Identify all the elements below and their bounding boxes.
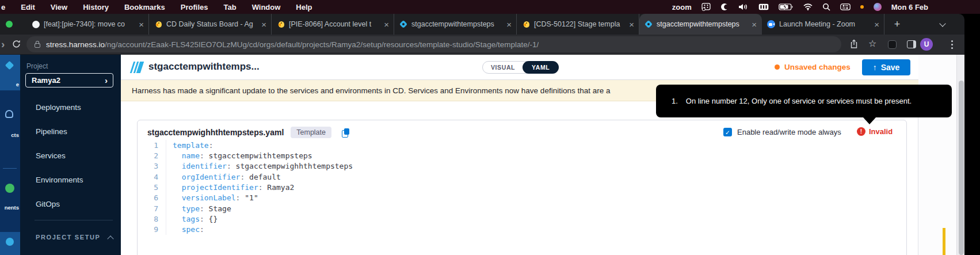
sidebar-item-environments[interactable]: Environments [36, 176, 83, 184]
battery-icon[interactable] [779, 3, 794, 10]
reload-icon[interactable] [12, 40, 21, 51]
project-setup-heading[interactable]: PROJECT SETUP [36, 234, 101, 241]
profile-avatar[interactable]: U [920, 38, 933, 51]
sidebar-item-gitops[interactable]: GitOps [36, 200, 83, 208]
tab-title: Launch Meeting - Zoom [779, 20, 870, 28]
yaml-line[interactable]: 6 versionLabel: "1" [146, 193, 901, 203]
menu-item[interactable]: e [1, 3, 5, 12]
spotlight-search-icon[interactable] [822, 3, 830, 11]
keyboard-icon[interactable] [758, 3, 769, 10]
visual-yaml-toggle[interactable]: VISUAL YAML [482, 61, 559, 74]
wifi-icon[interactable] [803, 3, 813, 10]
duck-favicon [154, 20, 162, 28]
line-number: 9 [146, 225, 158, 234]
yaml-line[interactable]: 4 orgIdentifier: default [146, 172, 901, 182]
yaml-code[interactable]: 1 template: 2 name: stgacctempwithtempst… [146, 140, 901, 235]
menu-item[interactable]: Bookmarks [124, 3, 165, 12]
toggle-yaml[interactable]: YAML [523, 61, 559, 74]
browser-window: [feat]:[pie-7340]: move co × CD Daily St… [0, 14, 964, 255]
projects-module-icon[interactable] [5, 110, 13, 118]
error-tooltip: 1. On line number 12, Only one of servic… [656, 85, 952, 117]
tab-close-icon[interactable]: × [752, 20, 757, 29]
menu-item[interactable]: Help [296, 3, 312, 12]
menu-app-zoom[interactable]: zoom [672, 3, 692, 12]
copy-icon[interactable] [342, 128, 349, 136]
harness-template-icon [130, 62, 144, 73]
menu-item[interactable]: Profiles [181, 3, 208, 12]
line-code: projectIdentifier: Ramya2 [166, 182, 294, 192]
address-bar[interactable]: stress.harness.io/ng/account/zEaak-FLS42… [26, 36, 841, 52]
yaml-line[interactable]: 2 name: stgacctempwithtempsteps [146, 150, 901, 161]
menu-date[interactable]: Mon 6 Feb [891, 3, 928, 12]
browser-tab[interactable]: Launch Meeting - Zoom × [762, 14, 884, 35]
yaml-line[interactable]: 8 tags: {} [146, 214, 901, 224]
menu-item[interactable]: Edit [21, 3, 35, 12]
chevron-up-icon[interactable] [107, 235, 113, 242]
checkbox-checked-icon[interactable]: ✓ [723, 128, 732, 136]
control-center-icon[interactable] [840, 3, 851, 10]
browser-tab[interactable]: stgacctempwithtempsteps × [639, 14, 762, 35]
yaml-key: versionLabel [182, 193, 236, 202]
tab-bar: [feat]:[pie-7340]: move co × CD Daily St… [0, 14, 964, 35]
share-icon[interactable] [850, 39, 858, 51]
bottom-module-icon[interactable] [6, 238, 14, 246]
sidebar-item-pipelines[interactable]: Pipelines [36, 127, 83, 136]
sidebar-divider [35, 220, 113, 220]
browser-tab[interactable]: [feat]:[pie-7340]: move co × [26, 14, 149, 35]
crescent-icon[interactable] [720, 3, 729, 11]
browser-tab[interactable]: CD Daily Status Board - Ag × [149, 14, 272, 35]
yaml-line[interactable]: 3 identifier: stgacctempwighhthtempsteps [146, 161, 901, 172]
url-text[interactable]: stress.harness.io/ng/account/zEaak-FLS42… [46, 40, 539, 49]
module-segment-projects[interactable] [0, 90, 20, 169]
sidebar-item-services[interactable]: Services [36, 151, 83, 160]
tab-close-icon[interactable]: × [384, 20, 389, 29]
menu-item[interactable]: History [83, 3, 109, 12]
siri-icon[interactable] [874, 3, 882, 11]
yaml-value: Ramya2 [263, 183, 295, 192]
new-tab-button[interactable]: + [891, 18, 903, 31]
yaml-line[interactable]: 1 template: [146, 140, 901, 150]
project-sidebar: Project Ramya2 › DeploymentsPipelinesSer… [20, 55, 121, 255]
project-selector[interactable]: Ramya2 › [25, 73, 113, 87]
menu-items: eEditViewHistoryBookmarksProfilesTabWind… [0, 3, 328, 12]
traffic-light-green[interactable] [6, 21, 13, 28]
browser-tab[interactable]: [PIE-8066] Account level t × [272, 14, 394, 35]
page-scrollbar-track[interactable] [956, 55, 964, 255]
lock-icon[interactable] [35, 43, 40, 48]
page-scrollbar-thumb[interactable] [959, 81, 964, 255]
url-domain: stress.harness.io [46, 40, 105, 49]
browser-tab[interactable]: stgacctempwithtempsteps × [394, 14, 517, 35]
tab-close-icon[interactable]: × [506, 20, 512, 29]
deployments-module-icon[interactable] [5, 184, 14, 193]
save-button[interactable]: ↑ Save [862, 59, 910, 75]
volume-icon[interactable] [738, 3, 749, 10]
harness-favicon [399, 20, 407, 28]
module-label-fragment: e [16, 81, 19, 87]
browser-tab[interactable]: [CDS-50122] Stage templa × [517, 14, 639, 35]
tab-close-icon[interactable]: × [874, 20, 879, 29]
toggle-visual[interactable]: VISUAL [483, 64, 523, 71]
menu-item[interactable]: Tab [223, 3, 236, 12]
read-write-label: Enable read/write mode always [737, 128, 841, 136]
tab-close-icon[interactable]: × [139, 20, 144, 29]
menu-item[interactable]: Window [252, 3, 281, 12]
sidebar-item-deployments[interactable]: Deployments [36, 103, 83, 112]
read-write-toggle[interactable]: ✓ Enable read/write mode always [723, 128, 841, 136]
invalid-label: Invalid [869, 127, 893, 136]
tab-close-icon[interactable]: × [629, 20, 634, 29]
bookmark-star-icon[interactable]: ☆ [868, 38, 876, 49]
invalid-status[interactable]: ! Invalid [857, 127, 893, 136]
module-segment-deployments[interactable] [0, 169, 20, 232]
yaml-line[interactable]: 9 spec: [146, 224, 901, 235]
yaml-line[interactable]: 7 type: Stage [146, 203, 901, 214]
forward-icon[interactable]: › [1, 38, 5, 51]
side-panel-icon[interactable] [907, 40, 916, 48]
yaml-line[interactable]: 5 projectIdentifier: Ramya2 [146, 182, 901, 192]
streamdeck-icon[interactable] [701, 3, 711, 11]
chrome-menu-icon[interactable] [951, 40, 953, 42]
tab-search-chevron-icon[interactable] [939, 20, 945, 26]
extension-icon[interactable] [888, 40, 897, 49]
yaml-key: tags [182, 215, 200, 223]
menu-item[interactable]: View [51, 3, 67, 12]
tab-close-icon[interactable]: × [261, 20, 266, 29]
